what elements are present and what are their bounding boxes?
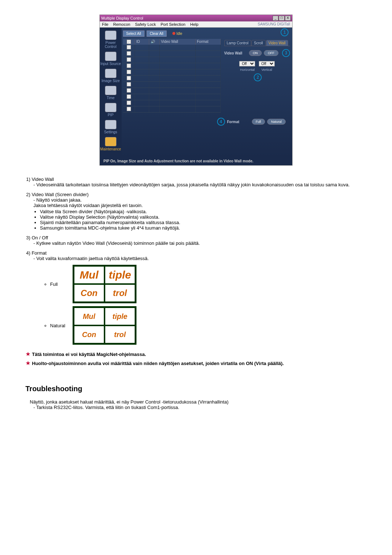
idle-label: Idle bbox=[176, 32, 182, 36]
sidebar-item-pip[interactable]: PIP bbox=[100, 103, 122, 117]
right-panel: Lamp Control Scroll Video Wall 1 Video W… bbox=[222, 28, 293, 157]
input-icon bbox=[105, 52, 117, 61]
select-all-button[interactable]: Select All bbox=[123, 31, 144, 37]
table-row[interactable] bbox=[123, 82, 221, 88]
note-1: ★Tätä toimintoa ei voi käyttää MagicNet-… bbox=[25, 351, 367, 357]
speaker-icon: 🔊 bbox=[149, 39, 160, 45]
menu-remocon[interactable]: Remocon bbox=[113, 22, 130, 27]
sidebar-label-input: Input Source bbox=[100, 62, 121, 66]
clear-all-button[interactable]: Clear All bbox=[147, 31, 167, 37]
row-checkbox[interactable] bbox=[127, 64, 131, 68]
item2-b1: Valitse tila Screen divider (Näytönjakaj… bbox=[40, 209, 367, 214]
table-row[interactable] bbox=[123, 100, 221, 106]
menu-help[interactable]: Help bbox=[190, 22, 199, 27]
natural-label: Natural bbox=[50, 323, 65, 328]
sidebar-item-settings[interactable]: Settings bbox=[100, 120, 122, 134]
minimize-icon[interactable]: _ bbox=[273, 16, 278, 21]
item2-b4: Samsungin toimittama MDC-ohjelma tukee y… bbox=[40, 225, 367, 231]
full-button[interactable]: Full bbox=[252, 119, 265, 125]
videowall-label: Video Wall bbox=[224, 51, 247, 55]
vertical-label: Vertical bbox=[261, 68, 272, 72]
off-button[interactable]: OFF bbox=[264, 50, 278, 56]
sidebar-label-pip: PIP bbox=[108, 113, 114, 117]
row-checkbox[interactable] bbox=[127, 88, 131, 93]
header-checkbox[interactable]: ✓ bbox=[127, 40, 131, 44]
sidebar-label-imgsize: Image Size bbox=[102, 79, 120, 83]
troubleshooting-list: Näyttö, jonka asetukset haluat määrittää… bbox=[25, 399, 367, 410]
tab-row: Lamp Control Scroll Video Wall 1 bbox=[224, 40, 290, 46]
app-window: Multiple Display Control _ □ X File Remo… bbox=[99, 15, 293, 166]
menu-bar: File Remocon Safety Lock Port Selection … bbox=[100, 21, 292, 28]
star-icon: ★ bbox=[25, 351, 30, 357]
item3-desc: - Kytkee valitun näytön Video Wall (Vide… bbox=[33, 240, 367, 246]
table-row[interactable] bbox=[123, 94, 221, 100]
row-checkbox[interactable] bbox=[127, 82, 131, 86]
col-format: Format bbox=[196, 39, 221, 45]
full-label: Full bbox=[50, 281, 65, 287]
table-row[interactable] bbox=[123, 51, 221, 57]
marker-2: 2 bbox=[254, 73, 262, 81]
vertical-select[interactable]: Off bbox=[259, 61, 275, 66]
sidebar-item-time[interactable]: Time bbox=[100, 86, 122, 100]
menu-file[interactable]: File bbox=[102, 22, 109, 27]
natural-button[interactable]: Natural bbox=[267, 119, 286, 125]
format-table: Full MultipleControl Natural MultipleCon… bbox=[41, 263, 140, 346]
pip-icon bbox=[105, 103, 117, 112]
item2-b3: Sijainti määritellään painamalla numerop… bbox=[40, 220, 367, 225]
sidebar: Power Control Input Source Image Size Ti… bbox=[100, 28, 122, 157]
sidebar-item-imgsize[interactable]: Image Size bbox=[100, 69, 122, 83]
close-icon[interactable]: X bbox=[285, 16, 291, 21]
maximize-icon[interactable]: □ bbox=[279, 16, 285, 21]
display-table: ✓ ID 🔊 Video Wall Format bbox=[123, 39, 221, 113]
tab-scroll[interactable]: Scroll bbox=[252, 40, 266, 46]
row-checkbox[interactable] bbox=[127, 45, 131, 49]
item1-desc: - Videoseinällä tarkoitetaan toisiinsa l… bbox=[33, 182, 367, 187]
note-2-text: Huolto-ohjaustoiminnon avulla voi määrit… bbox=[32, 361, 284, 366]
full-format-illustration: MultipleControl bbox=[73, 265, 136, 303]
ts-item1a: - Tarkista RS232C-liitos. Varmista, että… bbox=[33, 405, 367, 410]
item2-b: Jakoa tehtäessä näytöt voidaan järjestel… bbox=[33, 203, 367, 208]
main-area: Power Control Input Source Image Size Ti… bbox=[100, 28, 292, 157]
item2-a: - Näyttö voidaan jakaa. bbox=[33, 197, 367, 203]
horizontal-select[interactable]: Off bbox=[239, 61, 255, 66]
row-checkbox[interactable] bbox=[127, 70, 131, 74]
col-videowall: Video Wall bbox=[160, 39, 196, 45]
table-row[interactable] bbox=[123, 88, 221, 94]
row-checkbox[interactable] bbox=[127, 101, 131, 105]
power-icon bbox=[105, 31, 117, 40]
table-row[interactable] bbox=[123, 57, 221, 63]
troubleshooting-heading: Troubleshooting bbox=[25, 385, 367, 393]
col-id: ID bbox=[135, 39, 149, 45]
table-row[interactable] bbox=[123, 63, 221, 69]
window-controls: _ □ X bbox=[273, 16, 291, 21]
sidebar-item-input[interactable]: Input Source bbox=[100, 52, 122, 66]
maintenance-icon bbox=[105, 137, 117, 146]
item4-title: 4) Format bbox=[26, 250, 367, 256]
table-row[interactable] bbox=[123, 45, 221, 51]
item3-title: 3) On / Off bbox=[26, 235, 367, 240]
sidebar-item-maintenance[interactable]: Maintenance bbox=[100, 137, 122, 151]
table-row[interactable] bbox=[123, 76, 221, 82]
table-row[interactable] bbox=[123, 106, 221, 113]
row-checkbox[interactable] bbox=[127, 76, 131, 80]
table-row[interactable] bbox=[123, 69, 221, 76]
row-checkbox[interactable] bbox=[127, 51, 131, 56]
row-checkbox[interactable] bbox=[127, 107, 131, 111]
tab-lamp[interactable]: Lamp Control bbox=[224, 40, 251, 46]
brand-label: SAMSUNG DIGITall bbox=[258, 22, 290, 27]
sidebar-label-power: Power Control bbox=[105, 41, 117, 49]
imgsize-icon bbox=[105, 69, 117, 78]
horizontal-label: Horizontal bbox=[240, 68, 255, 72]
tab-videowall[interactable]: Video Wall bbox=[266, 40, 288, 46]
idle-indicator: Idle bbox=[172, 32, 182, 36]
idle-dot-icon bbox=[172, 32, 175, 35]
on-button[interactable]: ON bbox=[249, 50, 262, 56]
menu-portselection[interactable]: Port Selection bbox=[160, 22, 185, 27]
menu-safetylock[interactable]: Safety Lock bbox=[135, 22, 156, 27]
ts-item1: Näyttö, jonka asetukset haluat määrittää… bbox=[30, 399, 229, 405]
note-1-text: Tätä toimintoa ei voi käyttää MagicNet-o… bbox=[32, 352, 146, 357]
sidebar-item-power[interactable]: Power Control bbox=[100, 31, 122, 49]
row-checkbox[interactable] bbox=[127, 57, 131, 62]
sidebar-label-settings: Settings bbox=[104, 130, 117, 134]
row-checkbox[interactable] bbox=[127, 94, 131, 99]
